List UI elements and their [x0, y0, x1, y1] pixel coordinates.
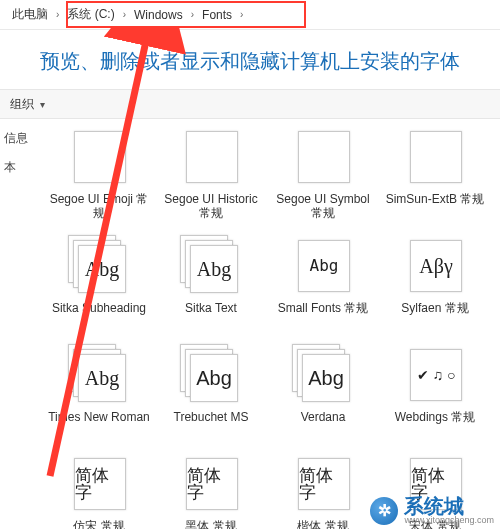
font-label: Webdings 常规: [395, 410, 475, 424]
font-sample-glyph: Abg: [310, 258, 339, 274]
chevron-right-icon: ›: [123, 9, 126, 20]
page-title: 预览、删除或者显示和隐藏计算机上安装的字体: [0, 30, 500, 89]
font-sample-glyph: Abg: [196, 368, 232, 388]
font-item[interactable]: AbgSitka Subheading: [44, 235, 154, 340]
font-thumbnail: Abg: [292, 344, 354, 404]
font-label: Sitka Text: [185, 301, 237, 315]
font-sample-glyph: 简体字: [299, 467, 349, 501]
font-item[interactable]: SimSun-ExtB 常规: [380, 126, 490, 231]
font-thumbnail: Abg: [180, 344, 242, 404]
font-thumbnail: [292, 126, 354, 186]
toolbar: 组织: [0, 89, 500, 119]
font-thumbnail: Abg: [180, 235, 242, 295]
font-thumbnail: [404, 126, 466, 186]
font-label: Sylfaen 常规: [401, 301, 468, 315]
watermark: ✲ 系统城 www.xitongcheng.com: [370, 496, 494, 525]
font-item[interactable]: 简体字楷体 常规: [268, 453, 378, 529]
font-thumbnail: 简体字: [180, 453, 242, 513]
font-label: Small Fonts 常规: [278, 301, 369, 315]
font-item[interactable]: 简体字仿宋 常规: [44, 453, 154, 529]
font-thumbnail: Aβγ: [404, 235, 466, 295]
font-thumbnail: [68, 126, 130, 186]
font-item[interactable]: AbgSitka Text: [156, 235, 266, 340]
font-sample-glyph: 简体字: [75, 467, 125, 501]
font-item[interactable]: Segoe UI Emoji 常规: [44, 126, 154, 231]
font-item[interactable]: AbgSmall Fonts 常规: [268, 235, 378, 340]
watermark-url: www.xitongcheng.com: [404, 516, 494, 525]
font-thumbnail: Abg: [68, 235, 130, 295]
sidebar-item-local[interactable]: 本: [0, 153, 34, 182]
crumb-drive-c[interactable]: 系统 (C:): [63, 4, 118, 25]
font-sample-glyph: ✔ ♫ ○: [417, 368, 456, 382]
font-thumbnail: 简体字: [292, 453, 354, 513]
font-sample-glyph: Abg: [308, 368, 344, 388]
font-sample-glyph: 简体字: [187, 467, 237, 501]
chevron-right-icon: ›: [191, 9, 194, 20]
font-grid: Segoe UI Emoji 常规Segoe UI Historic 常规Seg…: [42, 124, 500, 529]
font-item[interactable]: AbgVerdana: [268, 344, 378, 449]
crumb-this-pc[interactable]: 此电脑: [8, 4, 52, 25]
font-label: Segoe UI Emoji 常规: [47, 192, 151, 221]
breadcrumb: 此电脑 › 系统 (C:) › Windows › Fonts ›: [0, 0, 500, 30]
font-thumbnail: Abg: [68, 344, 130, 404]
font-sample-glyph: Aβγ: [419, 256, 452, 276]
font-label: Segoe UI Historic 常规: [159, 192, 263, 221]
font-item[interactable]: 简体字黑体 常规: [156, 453, 266, 529]
font-label: Times New Roman: [48, 410, 150, 424]
font-thumbnail: 简体字: [68, 453, 130, 513]
font-item[interactable]: AbgTrebuchet MS: [156, 344, 266, 449]
chevron-right-icon: ›: [240, 9, 243, 20]
font-label: Trebuchet MS: [174, 410, 249, 424]
font-label: 黑体 常规: [185, 519, 236, 529]
font-thumbnail: Abg: [292, 235, 354, 295]
chevron-right-icon: ›: [56, 9, 59, 20]
font-thumbnail: ✔ ♫ ○: [404, 344, 466, 404]
font-item[interactable]: Segoe UI Historic 常规: [156, 126, 266, 231]
font-label: SimSun-ExtB 常规: [386, 192, 485, 206]
organize-button[interactable]: 组织: [10, 96, 45, 113]
sidebar: 信息 本: [0, 124, 34, 182]
font-item[interactable]: AβγSylfaen 常规: [380, 235, 490, 340]
font-label: Verdana: [301, 410, 346, 424]
font-label: 仿宋 常规: [73, 519, 124, 529]
sidebar-item-info[interactable]: 信息: [0, 124, 34, 153]
font-label: Sitka Subheading: [52, 301, 146, 315]
font-sample-glyph: Abg: [85, 368, 119, 388]
crumb-fonts[interactable]: Fonts: [198, 6, 236, 24]
watermark-icon: ✲: [370, 497, 398, 525]
font-sample-glyph: Abg: [197, 259, 231, 279]
font-sample-glyph: Abg: [85, 259, 119, 279]
font-thumbnail: [180, 126, 242, 186]
font-item[interactable]: Segoe UI Symbol 常规: [268, 126, 378, 231]
crumb-windows[interactable]: Windows: [130, 6, 187, 24]
font-item[interactable]: AbgTimes New Roman: [44, 344, 154, 449]
font-label: 楷体 常规: [297, 519, 348, 529]
watermark-text: 系统城: [404, 496, 494, 516]
font-item[interactable]: ✔ ♫ ○Webdings 常规: [380, 344, 490, 449]
font-label: Segoe UI Symbol 常规: [271, 192, 375, 221]
